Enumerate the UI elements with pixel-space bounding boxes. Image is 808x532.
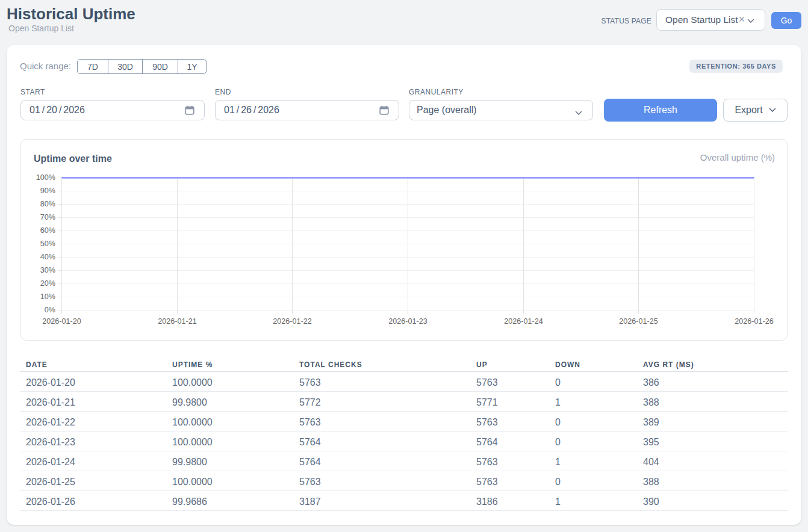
svg-text:2026-01-23: 2026-01-23: [388, 317, 427, 326]
svg-text:70%: 70%: [40, 213, 55, 221]
svg-text:40%: 40%: [40, 253, 55, 261]
svg-text:2026-01-22: 2026-01-22: [273, 317, 311, 326]
svg-text:50%: 50%: [40, 240, 55, 248]
svg-text:2026-01-20: 2026-01-20: [42, 317, 81, 326]
svg-text:100%: 100%: [36, 173, 55, 182]
svg-text:60%: 60%: [40, 226, 55, 235]
svg-text:80%: 80%: [40, 200, 55, 208]
svg-text:20%: 20%: [40, 279, 55, 288]
svg-text:2026-01-24: 2026-01-24: [504, 317, 542, 326]
svg-text:30%: 30%: [40, 266, 55, 274]
svg-text:2026-01-25: 2026-01-25: [619, 317, 657, 326]
svg-text:10%: 10%: [40, 292, 55, 301]
svg-text:2026-01-21: 2026-01-21: [158, 317, 196, 326]
svg-text:90%: 90%: [40, 187, 55, 195]
svg-text:0%: 0%: [45, 306, 55, 314]
svg-text:2026-01-26: 2026-01-26: [735, 317, 773, 326]
